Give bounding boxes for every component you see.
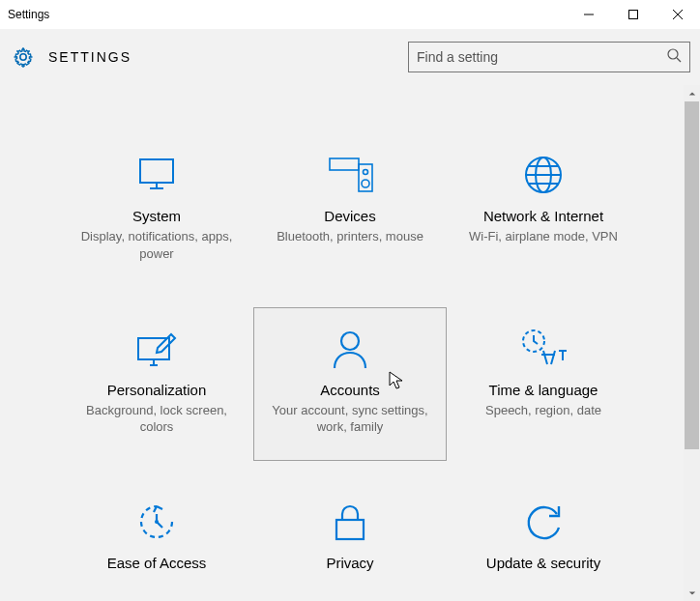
tile-title: Devices bbox=[324, 208, 375, 224]
tile-subtitle: Background, lock screen, colors bbox=[74, 402, 239, 436]
svg-point-1 bbox=[20, 54, 26, 60]
tile-title: Personalization bbox=[107, 382, 207, 398]
system-icon bbox=[128, 154, 186, 196]
personalization-icon bbox=[128, 328, 186, 370]
svg-point-23 bbox=[341, 332, 359, 350]
tile-subtitle: Display, notifications, apps, power bbox=[74, 228, 239, 262]
gear-icon bbox=[12, 45, 35, 69]
window-controls bbox=[567, 0, 700, 29]
tile-subtitle: Bluetooth, printers, mouse bbox=[277, 228, 423, 245]
titlebar: Settings bbox=[0, 0, 700, 29]
tile-title: System bbox=[132, 208, 181, 224]
ease-of-access-icon bbox=[128, 501, 186, 543]
tile-title: Network & Internet bbox=[483, 208, 603, 224]
tile-update-security[interactable]: Update & security bbox=[447, 480, 640, 601]
tile-accounts[interactable]: Accounts Your account, sync settings, wo… bbox=[253, 307, 447, 462]
scroll-thumb[interactable] bbox=[685, 101, 699, 449]
page-title: SETTINGS bbox=[48, 49, 131, 65]
tile-devices[interactable]: Devices Bluetooth, printers, mouse bbox=[253, 133, 447, 288]
tile-title: Privacy bbox=[326, 555, 373, 571]
tile-title: Accounts bbox=[320, 382, 380, 398]
settings-grid: System Display, notifications, apps, pow… bbox=[0, 85, 700, 601]
window-title: Settings bbox=[0, 8, 49, 21]
tile-time-language[interactable]: Time & language Speech, region, date bbox=[447, 307, 640, 462]
tile-personalization[interactable]: Personalization Background, lock screen,… bbox=[60, 307, 253, 462]
svg-rect-4 bbox=[330, 158, 359, 170]
tile-privacy[interactable]: Privacy bbox=[253, 480, 447, 601]
content: System Display, notifications, apps, pow… bbox=[0, 85, 700, 601]
devices-icon bbox=[321, 154, 379, 196]
svg-point-2 bbox=[668, 49, 678, 59]
scroll-up-button[interactable] bbox=[684, 85, 700, 101]
update-icon bbox=[514, 501, 572, 543]
globe-icon bbox=[514, 154, 572, 196]
svg-rect-0 bbox=[629, 11, 638, 19]
tile-subtitle: Wi-Fi, airplane mode, VPN bbox=[469, 228, 618, 245]
tile-title: Time & language bbox=[489, 382, 598, 398]
time-language-icon bbox=[514, 328, 572, 370]
tile-ease-of-access[interactable]: Ease of Access bbox=[60, 480, 253, 601]
svg-point-25 bbox=[155, 520, 159, 524]
tile-system[interactable]: System Display, notifications, apps, pow… bbox=[60, 133, 253, 288]
lock-icon bbox=[321, 501, 379, 543]
header: SETTINGS bbox=[0, 29, 700, 85]
search-input[interactable] bbox=[417, 49, 666, 65]
search-icon bbox=[666, 47, 682, 67]
tile-subtitle: Speech, region, date bbox=[485, 402, 601, 419]
tile-title: Update & security bbox=[486, 555, 600, 571]
svg-rect-26 bbox=[336, 520, 364, 539]
minimize-button[interactable] bbox=[567, 0, 611, 29]
tile-title: Ease of Access bbox=[107, 555, 207, 571]
svg-rect-3 bbox=[140, 159, 173, 183]
svg-point-19 bbox=[364, 170, 368, 175]
header-left: SETTINGS bbox=[12, 45, 131, 69]
tile-network[interactable]: Network & Internet Wi-Fi, airplane mode,… bbox=[447, 133, 640, 288]
svg-point-18 bbox=[362, 180, 369, 187]
tile-subtitle: Your account, sync settings, work, famil… bbox=[268, 402, 432, 436]
search-box[interactable] bbox=[408, 42, 690, 72]
scroll-down-button[interactable] bbox=[684, 585, 700, 601]
close-button[interactable] bbox=[656, 0, 700, 29]
scrollbar[interactable] bbox=[684, 85, 700, 601]
maximize-button[interactable] bbox=[611, 0, 656, 29]
accounts-icon bbox=[321, 328, 379, 370]
